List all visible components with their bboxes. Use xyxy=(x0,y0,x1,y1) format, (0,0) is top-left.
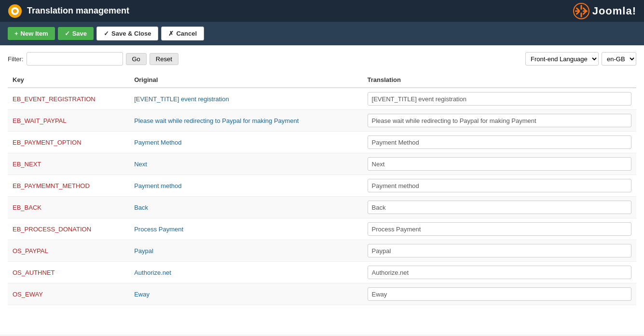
translation-input[interactable] xyxy=(368,92,631,106)
svg-point-2 xyxy=(13,9,17,13)
translation-input[interactable] xyxy=(368,157,631,171)
cancel-label: Cancel xyxy=(176,30,197,37)
table-header-row: Key Original Translation xyxy=(8,72,636,88)
col-translation: Translation xyxy=(363,72,636,88)
original-cell: [EVENT_TITLE] event registration xyxy=(129,88,362,110)
translation-cell xyxy=(363,218,636,240)
translation-input[interactable] xyxy=(368,114,631,127)
key-cell: EB_WAIT_PAYPAL xyxy=(8,110,129,132)
table-row: EB_WAIT_PAYPALPlease wait while redirect… xyxy=(8,110,636,132)
app-title: Translation management xyxy=(27,6,129,16)
joomla-logo: Joomla! xyxy=(573,3,636,19)
col-original: Original xyxy=(129,72,362,88)
translation-cell xyxy=(363,153,636,175)
table-row: EB_PROCESS_DONATIONProcess Payment xyxy=(8,218,636,240)
new-item-label: New Item xyxy=(21,30,48,37)
original-cell: Paypal xyxy=(129,240,362,262)
joomla-icon xyxy=(573,3,589,19)
table-row: EB_NEXTNext xyxy=(8,153,636,175)
svg-rect-5 xyxy=(580,13,582,17)
save-close-button[interactable]: ✓ Save & Close xyxy=(96,27,158,40)
reset-button[interactable]: Reset xyxy=(150,53,178,65)
header: Translation management Joomla! xyxy=(0,0,644,22)
locale-select[interactable]: en-GB en-US xyxy=(602,52,636,66)
filter-left: Filter: Go Reset xyxy=(8,52,178,66)
translation-cell xyxy=(363,197,636,218)
table-row: OS_EWAYEway xyxy=(8,283,636,305)
key-cell: EB_BACK xyxy=(8,197,129,218)
joomla-logo-text: Joomla! xyxy=(592,5,636,17)
key-cell: EB_EVENT_REGISTRATION xyxy=(8,88,129,110)
original-cell: Back xyxy=(129,197,362,218)
translation-cell xyxy=(363,262,636,283)
key-cell: OS_PAYPAL xyxy=(8,240,129,262)
original-cell: Payment Method xyxy=(129,132,362,153)
translation-input[interactable] xyxy=(368,287,631,301)
key-cell: OS_EWAY xyxy=(8,283,129,305)
key-cell: EB_PAYMENT_OPTION xyxy=(8,132,129,153)
key-cell: EB_PAYMEMNT_METHOD xyxy=(8,175,129,197)
translation-input[interactable] xyxy=(368,244,631,257)
save-close-icon: ✓ xyxy=(104,30,109,37)
save-button[interactable]: ✓ Save xyxy=(58,27,94,40)
table-row: OS_PAYPALPaypal xyxy=(8,240,636,262)
original-cell: Eway xyxy=(129,283,362,305)
translation-input[interactable] xyxy=(368,266,631,279)
translation-cell xyxy=(363,283,636,305)
table-row: OS_AUTHNETAuthorize.net xyxy=(8,262,636,283)
filter-input[interactable] xyxy=(27,52,123,66)
svg-rect-4 xyxy=(580,5,582,10)
key-cell: EB_PROCESS_DONATION xyxy=(8,218,129,240)
table-row: EB_PAYMEMNT_METHODPayment method xyxy=(8,175,636,197)
plus-icon: + xyxy=(14,30,18,37)
original-cell: Process Payment xyxy=(129,218,362,240)
key-cell: OS_AUTHNET xyxy=(8,262,129,283)
translation-cell xyxy=(363,175,636,197)
translation-input[interactable] xyxy=(368,135,631,149)
language-select[interactable]: Front-end Language Back-end Language xyxy=(525,52,599,66)
translation-cell xyxy=(363,88,636,110)
header-title-group: Translation management xyxy=(8,4,129,18)
save-close-label: Save & Close xyxy=(111,30,151,37)
save-icon: ✓ xyxy=(65,30,70,37)
translation-cell xyxy=(363,240,636,262)
table-body: EB_EVENT_REGISTRATION[EVENT_TITLE] event… xyxy=(8,88,636,305)
table-row: EB_BACKBack xyxy=(8,197,636,218)
cancel-icon: ✗ xyxy=(168,30,174,37)
save-label: Save xyxy=(72,30,87,37)
translation-input[interactable] xyxy=(368,222,631,236)
col-key: Key xyxy=(8,72,129,88)
table-row: EB_PAYMENT_OPTIONPayment Method xyxy=(8,132,636,153)
new-item-button[interactable]: + New Item xyxy=(8,27,55,40)
app-icon xyxy=(8,4,22,18)
original-cell: Authorize.net xyxy=(129,262,362,283)
filter-label: Filter: xyxy=(8,55,24,63)
translation-cell xyxy=(363,132,636,153)
translation-input[interactable] xyxy=(368,179,631,192)
toolbar: + New Item ✓ Save ✓ Save & Close ✗ Cance… xyxy=(0,22,644,45)
filter-row: Filter: Go Reset Front-end Language Back… xyxy=(8,52,636,66)
table-row: EB_EVENT_REGISTRATION[EVENT_TITLE] event… xyxy=(8,88,636,110)
table-head: Key Original Translation xyxy=(8,72,636,88)
original-cell: Payment method xyxy=(129,175,362,197)
filter-right: Front-end Language Back-end Language en-… xyxy=(525,52,636,66)
go-button[interactable]: Go xyxy=(126,53,147,65)
key-cell: EB_NEXT xyxy=(8,153,129,175)
original-cell: Please wait while redirecting to Paypal … xyxy=(129,110,362,132)
translation-cell xyxy=(363,110,636,132)
translation-input[interactable] xyxy=(368,201,631,214)
original-cell: Next xyxy=(129,153,362,175)
content-area: Filter: Go Reset Front-end Language Back… xyxy=(0,45,644,335)
translation-table: Key Original Translation EB_EVENT_REGIST… xyxy=(8,72,636,305)
cancel-button[interactable]: ✗ Cancel xyxy=(161,27,204,40)
